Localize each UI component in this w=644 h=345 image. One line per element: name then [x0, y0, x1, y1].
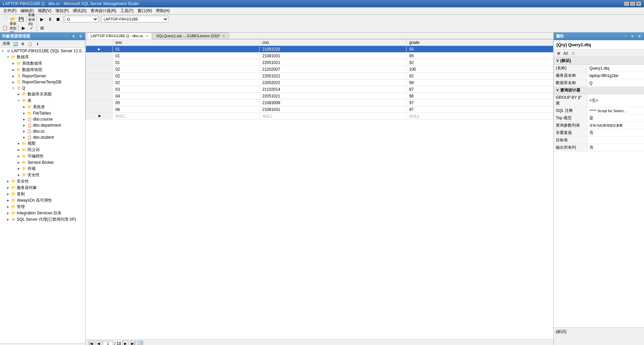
table-row[interactable]: 062108103197 [86, 106, 553, 113]
tree-node[interactable]: ▶🗄ReportServer [0, 73, 85, 79]
tree-node[interactable]: ▶📁服务器对象 [0, 185, 85, 191]
tree-expander-icon[interactable]: ▶ [5, 211, 11, 216]
tree-node[interactable]: ▶📋dbo.department [0, 122, 85, 128]
menu-item[interactable]: 帮助(H) [154, 7, 172, 14]
run-btn[interactable]: ▶ [20, 24, 27, 31]
tree-node[interactable]: ▶📁Integration Services 目录 [0, 210, 85, 216]
tree-expander-icon[interactable]: ▶ [16, 172, 21, 178]
tree-node[interactable]: ▼📁表 [0, 97, 85, 104]
tree-node[interactable]: ▼📁数据库 [0, 54, 85, 60]
tree-node[interactable]: ▼🖥LAPTOP-F8H1G1BE (SQL Server 11.0... [0, 48, 85, 54]
nav-next-btn[interactable]: ▶ [122, 341, 128, 345]
cell-sno[interactable]: NULL [113, 113, 260, 120]
cell-cno[interactable]: 21081026 [260, 46, 407, 53]
tree-container[interactable]: ▼🖥LAPTOP-F8H1G1BE (SQL Server 11.0...▼📁数… [0, 48, 85, 343]
data-grid[interactable]: sno cno grade ▶0121081026900121081031950… [86, 39, 553, 339]
minimize-button[interactable]: ─ [624, 1, 629, 6]
tree-expander-icon[interactable]: ▶ [16, 166, 21, 171]
cell-cno[interactable]: 22051021 [260, 73, 407, 79]
tree-expander-icon[interactable]: ▶ [21, 111, 27, 116]
cell-sno[interactable]: 01 [113, 59, 260, 66]
tree-node[interactable]: ▶📁系统表 [0, 104, 85, 110]
tree-expander-icon[interactable]: ▶ [11, 61, 16, 66]
table-row[interactable]: 042205102196 [86, 93, 553, 99]
tree-scrollbar-h[interactable] [0, 343, 85, 345]
tree-expander-icon[interactable]: ▶ [5, 192, 11, 197]
tree-expander-icon[interactable]: ▶ [21, 105, 27, 110]
props-properties-btn[interactable]: □ [570, 50, 577, 56]
tree-expander-icon[interactable]: ▶ [5, 198, 11, 203]
tree-expander-icon[interactable]: ▶ [21, 129, 27, 134]
tree-node[interactable]: ▶📋dbo.student [0, 134, 85, 140]
tree-expander-icon[interactable]: ▶ [16, 160, 21, 165]
cell-sno[interactable]: 02 [113, 73, 260, 79]
tree-node[interactable]: ▶📁存储 [0, 165, 85, 172]
menu-item[interactable]: 项目(P) [53, 7, 71, 14]
cell-cno[interactable]: 22051021 [260, 93, 407, 99]
cell-cno[interactable]: 21202007 [260, 66, 407, 73]
cell-grade[interactable]: 95 [407, 53, 553, 59]
tab-1[interactable]: SQLQuery1.sql -...G1BE\Lenovo (53))* ✕ [153, 32, 229, 39]
tree-expander-icon[interactable]: ▶ [5, 185, 11, 191]
tree-node[interactable]: ▶📋dbo.sc [0, 128, 85, 134]
table-row[interactable]: 012108103195 [86, 53, 553, 59]
tree-node[interactable]: ▶📁Service Broker [0, 159, 85, 165]
refresh-btn[interactable]: 🔄 [12, 41, 19, 47]
tree-expander-icon[interactable]: ▶ [5, 217, 11, 222]
props-alphabetical-btn[interactable]: AZ [562, 50, 569, 56]
props-pin-btn[interactable]: ▼ [629, 34, 635, 38]
new-query-2-btn[interactable]: 新建查询(N) [28, 15, 35, 23]
cell-cno[interactable]: NULL [260, 113, 407, 120]
menu-item[interactable]: 工具(T) [118, 7, 136, 14]
tree-node[interactable]: ▶📁同义词 [0, 147, 85, 153]
tree-node[interactable]: ▶📁可编程性 [0, 153, 85, 159]
table-row[interactable]: 032110201487 [86, 86, 553, 93]
cell-grade[interactable]: NULL [407, 113, 553, 120]
collapse-btn[interactable]: 📋 [27, 41, 34, 47]
tree-node[interactable]: ▼🗄Q [0, 85, 85, 91]
props-categorized-btn[interactable]: ⊞ [555, 50, 562, 56]
cell-sno[interactable]: 05 [113, 99, 260, 106]
tree-expander-icon[interactable]: ▶ [16, 154, 21, 159]
tree-expander-icon[interactable]: ▶ [21, 135, 27, 140]
tree-node[interactable]: ▶📁系统数据库 [0, 60, 85, 67]
menu-item[interactable]: 查询设计器(R) [89, 7, 118, 14]
tree-expander-icon[interactable]: ▼ [16, 98, 21, 104]
database-combo[interactable]: Q [65, 16, 98, 22]
debug-btn[interactable]: ⏸ [46, 15, 54, 23]
cell-grade[interactable]: 92 [407, 73, 553, 79]
nav-refresh-btn[interactable]: 🔄 [137, 341, 143, 345]
tree-expander-icon[interactable]: ▶ [21, 123, 27, 128]
cell-sno[interactable]: 03 [113, 86, 260, 93]
tree-expander-icon[interactable]: ▶ [16, 92, 21, 97]
cell-sno[interactable]: 06 [113, 106, 260, 113]
table-row[interactable]: 022205102192 [86, 73, 553, 79]
tree-node[interactable]: ▶📁复制 [0, 191, 85, 197]
maximize-button[interactable]: □ [630, 1, 635, 6]
tree-expander-icon[interactable]: ▼ [0, 48, 5, 54]
more-btn[interactable]: 📋 [1, 24, 9, 31]
tab-0-close[interactable]: ✕ [146, 34, 148, 38]
server-combo[interactable]: LAPTOP-F8H1G1BE [101, 16, 168, 22]
tree-expander-icon[interactable]: ▶ [11, 67, 16, 73]
panel-close-btn[interactable]: ✕ [78, 34, 83, 38]
nav-prev-btn[interactable]: ◀ [96, 341, 102, 345]
props-close-btn[interactable]: ✕ [637, 34, 642, 38]
stop-btn[interactable]: ⏹ [54, 15, 62, 23]
tree-expander-icon[interactable]: ▶ [5, 179, 11, 184]
cell-cno[interactable]: 22051021 [260, 59, 407, 66]
new-query-btn[interactable]: 📄 [1, 15, 9, 23]
tree-node[interactable]: ▶🗄ReportServerTempDB [0, 79, 85, 85]
cell-cno[interactable]: 21083008 [260, 99, 407, 106]
close-button[interactable]: ✕ [636, 1, 641, 6]
filter-btn[interactable]: ⚙ [19, 41, 26, 47]
tree-node[interactable]: ▶📁FileTables [0, 110, 85, 116]
tree-expander-icon[interactable]: ▶ [11, 79, 16, 85]
props-dock-btn[interactable]: ─ [623, 34, 628, 38]
tree-expander-icon[interactable]: ▶ [21, 117, 27, 122]
cell-sno[interactable]: 01 [113, 53, 260, 59]
cell-grade[interactable]: 100 [407, 66, 553, 73]
table-row[interactable]: ✱NULLNULLNULL [86, 113, 553, 120]
nav-last-btn[interactable]: ▶| [130, 341, 136, 345]
tree-node[interactable]: ▶📁视图 [0, 140, 85, 147]
